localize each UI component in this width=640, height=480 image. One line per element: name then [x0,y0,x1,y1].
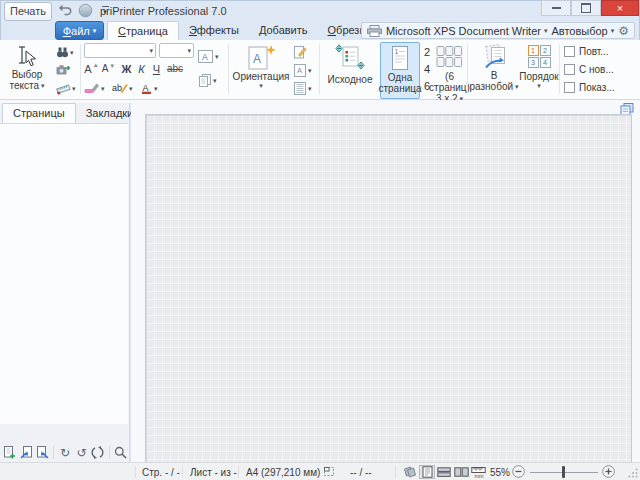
checkbox-new-page[interactable]: С нов... [564,64,614,75]
edit-page-button[interactable] [293,44,307,60]
chevron-down-icon: ▾ [308,85,312,92]
svg-text:A: A [253,52,261,66]
one-page-button[interactable]: 1 Одна страница [380,42,420,99]
close-icon: × [617,2,623,14]
find-button[interactable]: ▾ [56,44,74,60]
measure-button[interactable]: ▾ [56,80,76,96]
booklet-button[interactable]: ▾ [293,80,312,96]
print-button[interactable]: Печать [4,2,52,21]
view-single-page-button[interactable] [419,465,435,479]
toolbar-separator [53,446,54,459]
font-color-button[interactable]: A ▾ [140,80,158,96]
original-layout-button[interactable]: Исходное [322,42,378,98]
checkbox-repeat[interactable]: Повт... [564,46,609,57]
page-order-icon: 1 2 3 4 [528,45,551,68]
view-page-width-button[interactable] [436,465,452,479]
multi-page-layout-button[interactable]: (6 страниц) 3 x 2▾ [433,42,466,98]
font-name-combobox[interactable]: ▾ [84,43,156,58]
page-order-label: Порядок [519,71,558,82]
italic-button[interactable]: К [134,61,149,76]
status-page-indicator: Стр. - / - [142,467,180,478]
status-cursor-position: -- / -- [350,467,372,478]
rotate-cw-icon[interactable]: ↻ [57,445,72,461]
checkbox-show-label: Показ... [579,82,615,93]
selection-area-icon[interactable] [323,466,335,477]
pages-thumbnail-panel[interactable] [0,123,128,424]
minimize-icon [552,7,561,9]
sidebar-toolbar: ↻ ↺ [0,443,128,462]
file-menu-button[interactable]: Файл ▾ [55,21,104,40]
strikethrough-button[interactable]: abc [164,61,186,76]
page-order-button[interactable]: 1 2 3 4 Порядок ▾ [520,42,558,98]
snapshot-button[interactable] [56,62,71,78]
printer-mode-dropdown[interactable]: Автовыбор▾ [551,25,614,37]
redo-circle-icon[interactable] [76,2,94,18]
font-size-combobox[interactable]: ▾ [159,43,194,58]
sidebar-tabs: Страницы Закладки [0,103,129,123]
printer-dropdown[interactable]: Microsoft XPS Document Writer▾ [386,25,548,37]
zoom-level: 55% [490,467,510,478]
shrink-font-button[interactable]: A▼ [101,61,116,76]
zoom-slider-thumb[interactable] [562,466,565,478]
insert-page-after-icon[interactable] [35,445,50,461]
orientation-label: Ориентация [233,71,290,82]
chevron-down-icon: ▾ [259,82,263,89]
copy-pages-button[interactable]: ▾ [198,72,217,88]
shuffle-label1: В [491,70,498,81]
checkbox-icon [564,64,575,75]
shuffle-pages-button[interactable]: В разнобой▾ [470,42,518,98]
svg-text:mm: mm [474,473,484,479]
text-frame-button[interactable]: A ▾ [198,48,219,64]
select-text-button[interactable]: Выбор текста▾ [2,42,52,98]
chevron-down-icon: ▾ [187,47,191,54]
insert-page-before-icon[interactable] [18,445,33,461]
chevron-down-icon: ▾ [93,27,97,34]
view-actual-size-button[interactable]: mm [470,465,486,479]
rotate-ccw-icon[interactable]: ↺ [74,445,89,461]
tab-page[interactable]: Страница [107,21,179,41]
tab-insert[interactable]: Добавить [249,21,318,40]
rotate-180-icon[interactable] [90,445,105,461]
ribbon: Выбор текста▾ ▾ ▾ ▾ ▾ A▲ A▼ Ж К Ч abc ▾ … [0,40,640,100]
page-text-button[interactable]: A ▾ [293,62,312,78]
document-page[interactable] [145,114,632,462]
new-page-icon[interactable] [2,445,17,461]
chevron-down-icon: ▾ [515,83,519,90]
view-multipage-button[interactable] [402,465,418,479]
order-num-3: 3 [528,57,539,68]
bold-button[interactable]: Ж [119,61,134,76]
window-title: priPrinter Professional 7.0 [100,5,227,17]
chevron-down-icon: ▾ [70,49,74,56]
two-pages-button[interactable]: 2 [421,45,433,59]
window-controls: × [541,0,639,16]
text-highlight-button[interactable]: ab ▾ [112,80,133,96]
chevron-down-icon: ▾ [101,85,105,92]
undo-icon[interactable] [56,2,74,18]
resize-grip[interactable] [628,468,638,478]
view-facing-pages-button[interactable] [453,465,469,479]
zoom-in-button[interactable] [602,465,615,478]
sidebar-tab-pages[interactable]: Страницы [2,103,76,123]
grow-font-button[interactable]: A▲ [84,61,99,76]
printer-settings-gear-icon[interactable]: ⚙ [618,25,629,37]
select-text-label2: текста [9,80,39,91]
highlight-erase-button[interactable]: ▾ [84,80,105,96]
multi-page-label1: (6 страниц) [429,71,470,93]
chevron-down-icon: ▾ [611,27,615,34]
close-button[interactable]: × [601,0,639,16]
minimize-button[interactable] [541,0,571,16]
maximize-button[interactable] [571,0,601,16]
orientation-button[interactable]: A Ориентация ▾ [232,42,290,98]
zoom-selection-icon[interactable] [113,445,128,461]
tab-effects[interactable]: Эффекты [179,21,249,40]
checkbox-show[interactable]: Показ... [564,82,615,93]
chevron-down-icon: ▾ [41,82,45,89]
underline-button[interactable]: Ч [149,61,164,76]
maximize-icon [581,3,591,13]
text-select-cursor-icon [14,44,40,69]
shuffle-label2: разнобой [469,81,513,92]
checkbox-repeat-label: Повт... [579,46,609,57]
zoom-out-button[interactable] [512,465,525,478]
preview-area[interactable] [131,103,640,462]
svg-text:ab: ab [112,83,122,93]
